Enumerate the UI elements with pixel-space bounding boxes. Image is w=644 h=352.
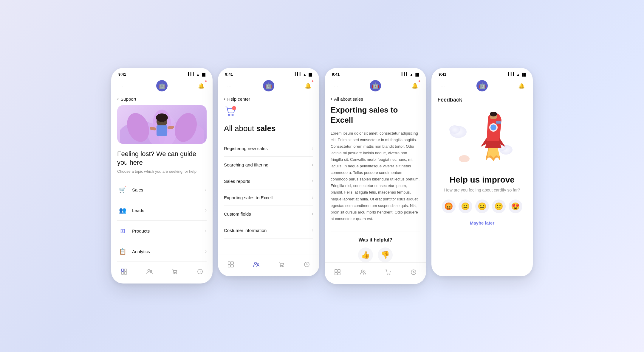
back-nav-2[interactable]: ‹ Help center — [218, 95, 319, 105]
menu-item-analytics[interactable]: 📋 Analytics › — [117, 241, 207, 262]
help-item-custom-fields-chevron: › — [312, 211, 313, 217]
thumbs-down-button[interactable]: 👎 — [378, 247, 393, 262]
app-header-4: ··· 🤖 🔔 — [431, 78, 533, 95]
products-icon: ⊞ — [117, 225, 128, 236]
svg-point-18 — [150, 270, 151, 272]
status-bar-1: 9:41 ▎▎▎ ▲ ▐█ — [111, 68, 213, 78]
help-item-custom-fields-label: Custom fields — [224, 211, 312, 217]
back-label-2: Help center — [227, 96, 250, 102]
back-label-1: Support — [120, 96, 136, 102]
bottom-nav-3 — [325, 262, 426, 284]
products-chevron: › — [205, 228, 207, 233]
emoji-neutral2[interactable]: 😐 — [475, 200, 489, 213]
support-illustration — [117, 105, 207, 144]
bottom-nav-dashboard-3[interactable] — [332, 266, 343, 278]
more-button-1[interactable]: ··· — [117, 80, 128, 91]
svg-rect-28 — [228, 265, 230, 267]
svg-point-20 — [176, 273, 177, 274]
svg-point-9 — [160, 121, 161, 122]
cart-badge-icon: ! — [224, 105, 236, 117]
bottom-nav-dashboard-1[interactable] — [118, 266, 130, 278]
svg-rect-15 — [121, 272, 124, 274]
svg-rect-7 — [157, 125, 167, 136]
svg-point-32 — [280, 266, 281, 267]
bottom-nav-users-2[interactable] — [250, 258, 262, 270]
emoji-happy[interactable]: 🙂 — [492, 200, 506, 213]
help-item-custom-fields[interactable]: Custom fields › — [224, 206, 313, 222]
bottom-nav-cart-1[interactable] — [169, 266, 181, 278]
help-item-reports-label: Sales reports — [224, 179, 312, 184]
help-item-registering[interactable]: Registering new sales › — [224, 140, 313, 157]
help-item-registering-label: Registering new sales — [224, 146, 312, 151]
menu-item-analytics-label: Analytics — [132, 249, 205, 254]
bell-button-1[interactable]: 🔔 — [196, 80, 207, 91]
dashboard-icon-1 — [121, 268, 127, 275]
thumbs-up-button[interactable]: 👍 — [358, 247, 373, 262]
bottom-nav-users-3[interactable] — [357, 266, 369, 278]
avatar-3[interactable]: 🤖 — [370, 80, 381, 91]
help-item-customer-info-label: Costumer information — [224, 228, 312, 233]
sales-icon: 🛒 — [117, 184, 128, 195]
svg-point-22 — [229, 114, 230, 116]
back-nav-1[interactable]: ‹ Support — [111, 95, 213, 105]
help-item-reports[interactable]: Sales reports › — [224, 173, 313, 189]
bell-icon-3: 🔔 — [411, 82, 418, 89]
menu-item-leads[interactable]: 👥 Leads › — [117, 200, 207, 221]
more-button-3[interactable]: ··· — [331, 80, 341, 91]
back-chevron-1: ‹ — [117, 96, 119, 102]
bell-button-4[interactable]: 🔔 — [516, 80, 527, 91]
rocket-svg — [449, 108, 515, 171]
emoji-neutral1[interactable]: 😐 — [459, 200, 472, 213]
back-nav-3[interactable]: ‹ All about sales — [325, 95, 426, 105]
bottom-nav-1 — [111, 262, 213, 284]
menu-item-products-label: Products — [132, 228, 205, 233]
avatar-1[interactable]: 🤖 — [156, 80, 168, 91]
svg-rect-36 — [338, 270, 340, 272]
time-2: 9:41 — [225, 72, 233, 77]
svg-rect-26 — [228, 262, 230, 264]
help-item-exporting[interactable]: Exporting sales to Excell › — [224, 189, 313, 206]
bell-button-2[interactable]: 🔔 — [303, 80, 313, 91]
svg-rect-35 — [335, 270, 337, 272]
status-icons-3: ▎▎▎ ▲ ▐█ — [402, 72, 419, 76]
neutral2-emoji: 😐 — [478, 202, 487, 211]
support-subtitle: Choose a topic which you are seeking for… — [117, 169, 207, 174]
svg-point-39 — [361, 270, 363, 272]
bottom-nav-cart-2[interactable] — [275, 258, 287, 270]
help-item-reports-chevron: › — [312, 178, 313, 184]
help-item-searching[interactable]: Searching and filtering › — [224, 157, 313, 173]
screen-content-3: Exporting sales to Excell Lorem ipsum do… — [325, 105, 426, 262]
more-button-2[interactable]: ··· — [224, 80, 235, 91]
avatar-4[interactable]: 🤖 — [476, 80, 488, 91]
thumbs-down-emoji: 👎 — [381, 251, 390, 259]
bottom-nav-clock-3[interactable] — [408, 266, 419, 278]
bottom-nav-2 — [218, 255, 319, 276]
svg-rect-54 — [496, 121, 501, 124]
angry-emoji: 😡 — [444, 202, 453, 211]
maybe-later-button[interactable]: Maybe later — [431, 220, 533, 231]
bell-button-3[interactable]: 🔔 — [409, 80, 420, 91]
battery-icon-2: ▐█ — [307, 73, 312, 76]
time-1: 9:41 — [118, 72, 126, 77]
feedback-subtitle: How are you feeling about cardify so far… — [431, 188, 533, 192]
help-item-exporting-chevron: › — [312, 195, 313, 200]
more-button-4[interactable]: ··· — [437, 80, 448, 91]
thumbs-up-emoji: 👍 — [361, 251, 370, 259]
notification-dot-1 — [205, 80, 207, 82]
avatar-2[interactable]: 🤖 — [263, 80, 274, 91]
svg-point-52 — [490, 112, 497, 116]
help-item-registering-chevron: › — [312, 146, 313, 151]
bottom-nav-clock-1[interactable] — [194, 266, 206, 278]
menu-item-sales[interactable]: 🛒 Sales › — [117, 180, 207, 200]
menu-item-products[interactable]: ⊞ Products › — [117, 221, 207, 241]
bottom-nav-cart-3[interactable] — [382, 266, 394, 278]
emoji-love[interactable]: 😍 — [509, 200, 522, 213]
notification-dot-3 — [418, 80, 420, 82]
svg-rect-29 — [231, 265, 233, 267]
bottom-nav-clock-2[interactable] — [301, 258, 313, 270]
bottom-nav-users-1[interactable] — [143, 266, 155, 278]
emoji-angry[interactable]: 😡 — [442, 200, 456, 213]
bottom-nav-dashboard-2[interactable] — [225, 258, 237, 270]
svg-point-17 — [148, 270, 150, 272]
help-item-customer-info[interactable]: Costumer information › — [224, 222, 313, 239]
